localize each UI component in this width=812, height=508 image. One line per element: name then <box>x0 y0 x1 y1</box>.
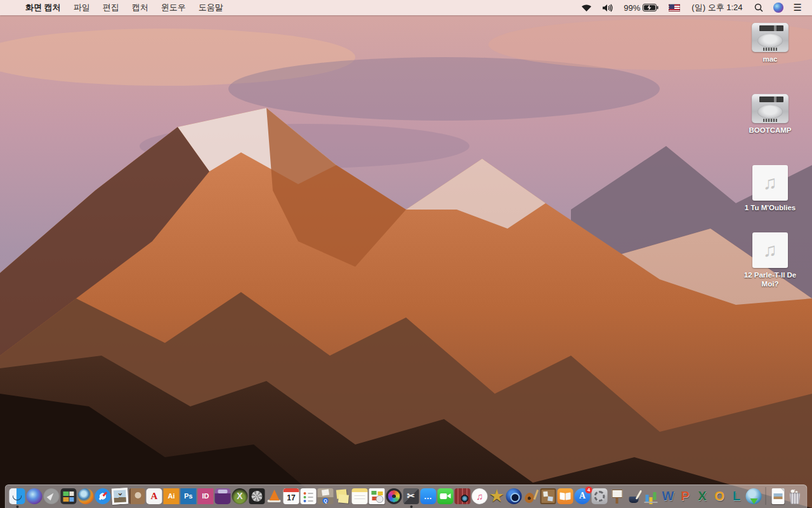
hard-drive-icon <box>752 94 789 123</box>
trash-icon[interactable] <box>787 488 803 504</box>
battery-charging-icon <box>643 4 658 11</box>
menu-item-4[interactable]: 도움말 <box>192 0 230 15</box>
desktop-icon-drive-mac[interactable]: mac <box>740 23 801 64</box>
notification-center-icon[interactable]: ☰ <box>789 0 807 15</box>
desktop-icon-label: BOOTCAMP <box>749 126 791 135</box>
desktop-screen: 화면 캡처 파일편집캡처윈도우도움말 99% <box>0 0 812 508</box>
report-doc-icon[interactable] <box>369 488 385 504</box>
indesign-icon[interactable]: ID <box>198 488 214 504</box>
active-app-menu[interactable]: 화면 캡처 <box>19 0 67 15</box>
keynote-old-icon[interactable] <box>609 488 625 504</box>
pages-old-icon[interactable] <box>626 488 642 504</box>
numbers-old-icon[interactable] <box>643 488 659 504</box>
desktop-icon-label: mac <box>763 55 777 64</box>
dock: AAiPsIDX17✂…♫★A4WPXOL <box>5 485 808 508</box>
safari-icon[interactable] <box>95 488 111 504</box>
finder-icon[interactable] <box>10 488 25 504</box>
input-source-flag[interactable] <box>664 0 685 15</box>
illustrator-icon[interactable]: Ai <box>164 488 180 504</box>
word-icon[interactable]: W <box>660 488 676 504</box>
imovie-star-icon[interactable]: ★ <box>489 488 505 504</box>
hard-drive-icon <box>752 23 789 52</box>
launchpad-icon[interactable] <box>44 488 60 504</box>
outlook-icon[interactable]: O <box>712 488 728 504</box>
menu-item-1[interactable]: 편집 <box>96 0 126 15</box>
us-flag-icon <box>669 4 680 11</box>
menu-item-3[interactable]: 윈도우 <box>155 0 192 15</box>
sys-prefs-icon[interactable] <box>592 488 608 504</box>
downloader-icon[interactable] <box>746 488 762 504</box>
desktop-icon-label: 12 Parle-T-Il De Moi? <box>740 271 801 289</box>
dock-divider <box>766 487 766 505</box>
wifi-icon[interactable] <box>576 0 597 15</box>
app-menus: 파일편집캡처윈도우도움말 <box>67 0 230 15</box>
menu-item-0[interactable]: 파일 <box>67 0 96 15</box>
stickies-icon[interactable] <box>335 488 351 504</box>
wallpaper-image <box>0 0 812 508</box>
disk-fan-icon[interactable] <box>249 488 265 504</box>
itunes-icon[interactable]: ♫ <box>472 488 488 504</box>
calendar-icon[interactable]: 17 <box>284 488 299 504</box>
archive-box-icon[interactable] <box>318 488 334 504</box>
garageband-icon[interactable] <box>523 488 539 504</box>
siri-menu-icon[interactable] <box>768 0 789 15</box>
desktop-icon-audio-file-1[interactable]: ♫1 Tu M'Oublies <box>740 165 801 212</box>
document-file-icon[interactable] <box>770 488 786 504</box>
audio-file-icon: ♫ <box>752 232 788 268</box>
music-note-icon: ♫ <box>763 172 778 194</box>
firefox-icon[interactable] <box>78 488 94 504</box>
siri-icon[interactable] <box>27 488 43 504</box>
blue-camera-icon[interactable] <box>506 488 522 504</box>
running-indicator-dot <box>410 505 412 508</box>
bird-photo-icon[interactable] <box>112 488 128 504</box>
lync-icon[interactable]: L <box>729 488 745 504</box>
x-app-icon[interactable]: X <box>232 488 248 504</box>
contacts-icon[interactable] <box>129 488 145 504</box>
facetime-icon[interactable] <box>438 488 454 504</box>
desktop-icon-drive-bootcamp[interactable]: BOOTCAMP <box>740 94 801 135</box>
menu-item-2[interactable]: 캡처 <box>126 0 155 15</box>
battery-status[interactable]: 99% <box>619 0 664 15</box>
notification-badge: 4 <box>586 486 593 493</box>
photos-icon[interactable] <box>386 488 402 504</box>
ibooks-icon[interactable] <box>558 488 573 504</box>
spotlight-search-icon[interactable] <box>749 0 768 15</box>
bulletin-board-icon[interactable] <box>540 488 556 504</box>
photoshop-icon[interactable]: Ps <box>181 488 197 504</box>
audio-file-icon: ♫ <box>752 165 788 201</box>
volume-icon[interactable] <box>597 0 619 15</box>
desktop-icon-audio-file-2[interactable]: ♫12 Parle-T-Il De Moi? <box>740 232 801 289</box>
photo-booth-icon[interactable] <box>455 488 471 504</box>
desktop-icon-label: 1 Tu M'Oublies <box>745 203 796 212</box>
grab-icon[interactable]: ✂ <box>403 488 419 504</box>
app-store-icon[interactable]: A4 <box>575 488 591 504</box>
acrobat-icon[interactable]: A <box>147 488 162 504</box>
music-note-icon: ♫ <box>763 239 778 261</box>
notes-icon[interactable] <box>352 488 368 504</box>
toast-icon[interactable] <box>215 488 231 504</box>
mission-control-icon[interactable] <box>61 488 77 504</box>
excel-icon[interactable]: X <box>695 488 710 504</box>
menu-bar: 화면 캡처 파일편집캡처윈도우도움말 99% <box>0 0 812 15</box>
powerpoint-icon[interactable]: P <box>678 488 693 504</box>
vlc-icon[interactable] <box>266 488 282 504</box>
menu-clock[interactable]: (일) 오후 1:24 <box>685 2 749 13</box>
reminders-icon[interactable] <box>301 488 317 504</box>
battery-percent: 99% <box>624 3 640 13</box>
running-indicator-dot <box>16 505 18 508</box>
messages-icon[interactable]: … <box>421 488 436 504</box>
